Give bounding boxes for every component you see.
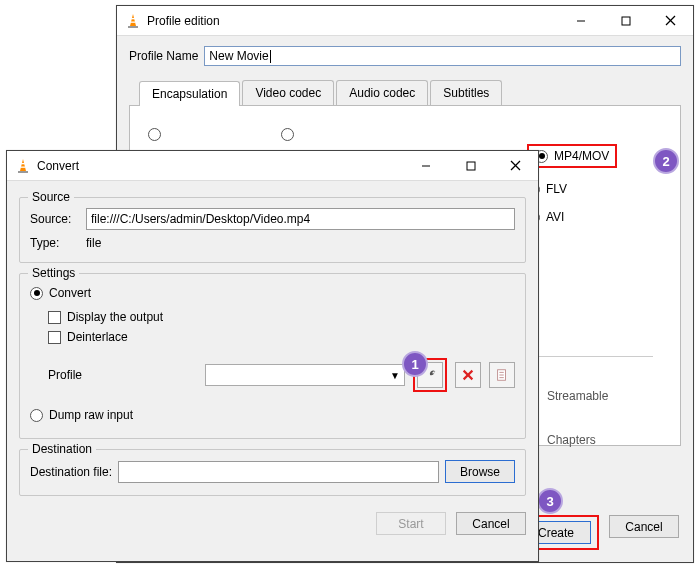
profile-name-input[interactable]: New Movie [204,46,681,66]
format-radio-hidden1[interactable] [148,128,161,141]
settings-legend: Settings [28,266,79,280]
convert-window: Convert Source Source: file:///C:/Users/… [6,150,539,562]
checkbox-display-output[interactable] [48,311,61,324]
svg-rect-1 [131,18,135,19]
dest-input[interactable] [118,461,439,483]
source-legend: Source [28,190,74,204]
svg-rect-3 [128,26,138,28]
maximize-button[interactable] [448,151,493,180]
maximize-button[interactable] [603,6,648,35]
minimize-button[interactable] [403,151,448,180]
source-value: file:///C:/Users/admin/Desktop/Video.mp4 [91,212,310,226]
destination-group: Destination Destination file: Browse [19,449,526,496]
badge-1: 1 [402,351,428,377]
feature-chapters: Chapters [547,433,596,447]
delete-profile-button[interactable] [455,362,481,388]
chevron-down-icon: ▼ [390,370,400,381]
svg-rect-12 [21,166,26,167]
close-button[interactable] [493,151,538,180]
titlebar[interactable]: Profile edition [117,6,693,36]
start-button: Start [376,512,446,535]
tabs: Encapsulation Video codec Audio codec Su… [129,80,681,106]
tab-video-codec[interactable]: Video codec [242,80,334,105]
minimize-button[interactable] [558,6,603,35]
settings-group: Settings Convert Display the output Dein… [19,273,526,439]
svg-rect-15 [467,162,475,170]
label-display-output: Display the output [67,310,163,324]
svg-marker-10 [20,159,26,171]
source-label: Source: [30,212,80,226]
format-radio-hidden2[interactable] [281,128,294,141]
label-flv: FLV [546,182,567,196]
x-icon [461,368,475,382]
svg-rect-5 [622,17,630,25]
feature-streamable: Streamable [547,389,608,403]
radio-convert[interactable] [30,287,43,300]
badge-3: 3 [537,488,563,514]
tab-encapsulation[interactable]: Encapsulation [139,81,240,106]
svg-marker-0 [130,14,136,26]
new-profile-button[interactable] [489,362,515,388]
profile-label: Profile [48,368,98,382]
text-cursor [270,50,271,63]
cancel-button-profile[interactable]: Cancel [609,515,679,538]
label-deinterlace: Deinterlace [67,330,128,344]
browse-button[interactable]: Browse [445,460,515,483]
profile-name-value: New Movie [209,49,268,63]
highlight-mp4: MP4/MOV [527,144,617,168]
checkbox-deinterlace[interactable] [48,331,61,344]
type-value: file [86,236,101,250]
window-title: Profile edition [147,14,558,28]
tab-audio-codec[interactable]: Audio codec [336,80,428,105]
cancel-button-convert[interactable]: Cancel [456,512,526,535]
vlc-icon [125,13,141,29]
vlc-icon [15,158,31,174]
svg-rect-11 [21,163,25,164]
source-input[interactable]: file:///C:/Users/admin/Desktop/Video.mp4 [86,208,515,230]
svg-rect-2 [131,21,136,22]
label-avi: AVI [546,210,564,224]
titlebar-convert[interactable]: Convert [7,151,538,181]
window-title-convert: Convert [37,159,403,173]
dest-legend: Destination [28,442,96,456]
source-group: Source Source: file:///C:/Users/admin/De… [19,197,526,263]
type-label: Type: [30,236,80,250]
radio-dump[interactable] [30,409,43,422]
label-convert: Convert [49,286,91,300]
profile-dropdown[interactable]: ▼ [205,364,405,386]
label-dump: Dump raw input [49,408,133,422]
profile-name-label: Profile Name [129,49,198,63]
close-button[interactable] [648,6,693,35]
svg-rect-13 [18,171,28,173]
label-mp4mov: MP4/MOV [554,149,609,163]
badge-2: 2 [653,148,679,174]
tab-subtitles[interactable]: Subtitles [430,80,502,105]
dest-label: Destination file: [30,465,112,479]
format-column: MP4/MOV FLV AVI [527,144,647,238]
new-file-icon [495,368,509,382]
